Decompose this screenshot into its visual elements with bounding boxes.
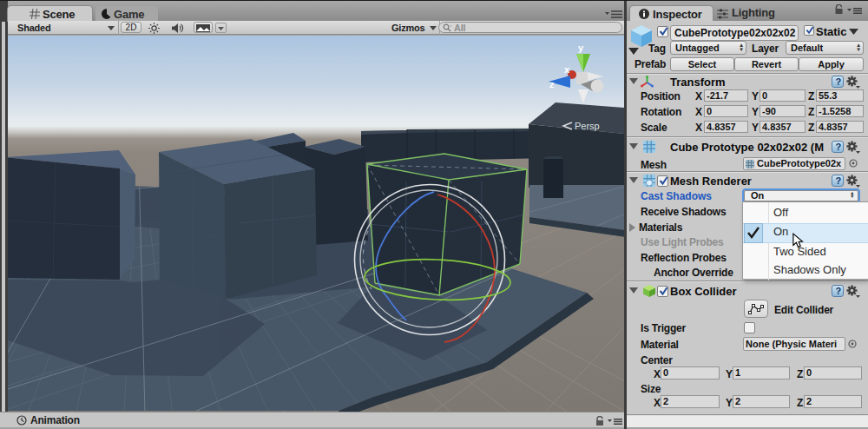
svg-text:Persp: Persp [575,121,600,131]
svg-text:x: x [564,64,570,75]
svg-text:z: z [549,79,555,89]
svg-text:y: y [578,43,584,53]
